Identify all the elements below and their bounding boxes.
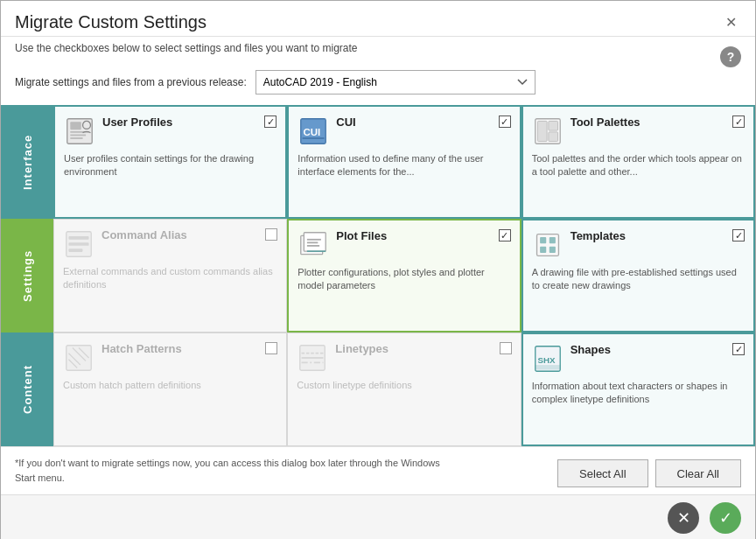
card-title-user-profiles: User Profiles bbox=[102, 116, 172, 129]
cards-grid: User Profiles User profiles contain sett… bbox=[53, 105, 755, 446]
svg-rect-22 bbox=[536, 234, 558, 256]
hatch-patterns-icon bbox=[63, 342, 94, 374]
svg-rect-21 bbox=[307, 245, 319, 247]
svg-rect-15 bbox=[68, 242, 88, 246]
card-title-row: Shapes bbox=[570, 343, 745, 356]
migrate-dialog: Migrate Custom Settings ✕ Use the checkb… bbox=[0, 0, 756, 539]
migrate-row: Migrate settings and files from a previo… bbox=[1, 63, 755, 105]
tab-content[interactable]: Content bbox=[1, 332, 53, 446]
tab-interface[interactable]: Interface bbox=[1, 105, 53, 219]
svg-rect-23 bbox=[540, 237, 546, 243]
svg-rect-38 bbox=[535, 365, 559, 369]
card-header: Templates bbox=[532, 229, 745, 261]
svg-text:CUI: CUI bbox=[304, 127, 321, 137]
svg-rect-10 bbox=[537, 121, 547, 141]
card-desc-tool-palettes: Tool palettes and the order which tools … bbox=[532, 152, 745, 179]
card-title-templates: Templates bbox=[570, 229, 626, 242]
card-title-command-alias: Command Alias bbox=[102, 228, 187, 242]
card-desc-hatch-patterns: Custom hatch pattern definitions bbox=[63, 379, 277, 392]
tool-palettes-icon bbox=[532, 116, 564, 147]
migrate-select[interactable]: AutoCAD 2019 - English AutoCAD 2018 - En… bbox=[256, 70, 536, 94]
checkbox-plot-files[interactable] bbox=[499, 229, 511, 242]
card-title-shapes: Shapes bbox=[570, 343, 611, 356]
card-desc-command-alias: External commands and custom commands al… bbox=[63, 265, 277, 292]
card-desc-shapes: Information about text characters or sha… bbox=[532, 380, 745, 407]
card-desc-linetypes: Custom linetype definitions bbox=[297, 379, 511, 392]
card-desc-plot-files: Plotter configurations, plot styles and … bbox=[298, 266, 510, 293]
card-plot-files: Plot Files Plotter configurations, plot … bbox=[287, 219, 521, 332]
dialog-subtitle: Use the checkboxes below to select setti… bbox=[1, 37, 755, 63]
svg-rect-20 bbox=[307, 242, 318, 243]
card-cui: CUI CUI Information used to define many … bbox=[287, 105, 521, 219]
grid-area: Interface Settings Content bbox=[1, 105, 755, 446]
card-title-row: Linetypes bbox=[335, 342, 511, 355]
card-title-row: Templates bbox=[570, 229, 745, 242]
card-header: Tool Palettes bbox=[532, 116, 745, 147]
svg-rect-14 bbox=[68, 236, 88, 240]
clear-all-button[interactable]: Clear All bbox=[655, 459, 741, 487]
help-button[interactable]: ? bbox=[720, 46, 741, 67]
card-header: SHX Shapes bbox=[532, 343, 745, 374]
card-header: Command Alias bbox=[63, 228, 277, 260]
checkbox-linetypes[interactable] bbox=[500, 342, 512, 354]
card-title-row: CUI bbox=[336, 116, 510, 129]
tab-settings[interactable]: Settings bbox=[1, 219, 53, 332]
svg-rect-8 bbox=[303, 137, 325, 139]
svg-rect-12 bbox=[549, 132, 558, 142]
card-user-profiles: User Profiles User profiles contain sett… bbox=[53, 105, 287, 219]
ok-button[interactable]: ✓ bbox=[710, 502, 741, 534]
close-button[interactable]: ✕ bbox=[720, 11, 741, 32]
svg-rect-27 bbox=[66, 346, 91, 370]
svg-rect-25 bbox=[540, 247, 546, 253]
svg-rect-24 bbox=[549, 237, 555, 243]
command-alias-icon bbox=[63, 228, 94, 260]
card-title-row: User Profiles bbox=[102, 116, 276, 129]
card-header: CUI CUI bbox=[298, 116, 510, 147]
card-header: User Profiles bbox=[64, 116, 276, 147]
svg-point-5 bbox=[83, 121, 91, 129]
title-bar: Migrate Custom Settings ✕ bbox=[1, 1, 755, 37]
select-all-button[interactable]: Select All bbox=[557, 459, 648, 487]
checkbox-user-profiles[interactable] bbox=[264, 116, 276, 128]
checkbox-tool-palettes[interactable] bbox=[732, 116, 745, 128]
checkbox-shapes[interactable] bbox=[732, 343, 745, 355]
templates-icon bbox=[532, 229, 564, 261]
card-desc-user-profiles: User profiles contain settings for the d… bbox=[64, 152, 276, 179]
svg-rect-19 bbox=[307, 239, 321, 241]
checkbox-hatch-patterns[interactable] bbox=[265, 342, 277, 354]
card-title-linetypes: Linetypes bbox=[335, 342, 388, 355]
linetypes-icon bbox=[297, 342, 328, 374]
card-header: Linetypes bbox=[297, 342, 511, 374]
svg-rect-4 bbox=[70, 137, 82, 139]
checkbox-templates[interactable] bbox=[732, 229, 745, 242]
dialog-title: Migrate Custom Settings bbox=[15, 12, 206, 32]
checkbox-command-alias[interactable] bbox=[265, 228, 277, 241]
svg-rect-3 bbox=[70, 135, 86, 136]
footer-buttons: Select All Clear All bbox=[557, 456, 741, 487]
card-templates: Templates A drawing file with pre-establ… bbox=[522, 219, 755, 332]
card-title-cui: CUI bbox=[336, 116, 355, 129]
card-title-plot-files: Plot Files bbox=[336, 229, 387, 242]
card-title-row: Command Alias bbox=[102, 228, 277, 242]
svg-rect-16 bbox=[68, 248, 82, 252]
card-tool-palettes: Tool Palettes Tool palettes and the orde… bbox=[522, 105, 755, 219]
card-title-row: Tool Palettes bbox=[570, 116, 745, 129]
card-linetypes: Linetypes Custom linetype definitions bbox=[287, 332, 521, 446]
checkbox-cui[interactable] bbox=[499, 116, 511, 128]
card-desc-cui: Information used to define many of the u… bbox=[298, 152, 510, 179]
cancel-button[interactable]: ✕ bbox=[668, 502, 699, 534]
card-title-tool-palettes: Tool Palettes bbox=[570, 116, 640, 129]
card-header: Hatch Patterns bbox=[63, 342, 277, 374]
svg-rect-26 bbox=[549, 247, 555, 253]
side-tabs: Interface Settings Content bbox=[1, 105, 53, 446]
user-profiles-icon bbox=[64, 116, 95, 147]
dialog-footer: *If you don't want to migrate settings n… bbox=[1, 446, 755, 494]
svg-rect-11 bbox=[549, 121, 558, 130]
migrate-label: Migrate settings and files from a previo… bbox=[15, 76, 247, 88]
bottom-bar: ✕ ✓ bbox=[1, 494, 755, 539]
card-title-row: Plot Files bbox=[336, 229, 510, 242]
shapes-icon: SHX bbox=[532, 343, 564, 374]
svg-rect-1 bbox=[70, 122, 80, 130]
card-title-hatch-patterns: Hatch Patterns bbox=[102, 342, 182, 355]
card-header: Plot Files bbox=[298, 229, 510, 261]
